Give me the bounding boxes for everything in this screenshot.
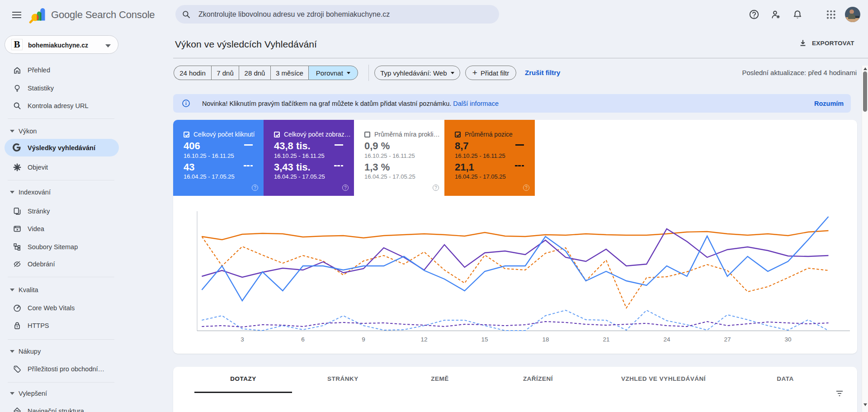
- svg-text:24: 24: [663, 336, 670, 343]
- svg-text:27: 27: [724, 336, 731, 343]
- svg-text:9: 9: [362, 336, 365, 343]
- svg-text:3: 3: [241, 336, 244, 343]
- svg-text:15: 15: [481, 336, 488, 343]
- svg-text:18: 18: [542, 336, 549, 343]
- svg-text:6: 6: [301, 336, 305, 343]
- svg-text:12: 12: [420, 336, 427, 343]
- svg-text:30: 30: [784, 336, 791, 343]
- svg-text:21: 21: [603, 336, 609, 343]
